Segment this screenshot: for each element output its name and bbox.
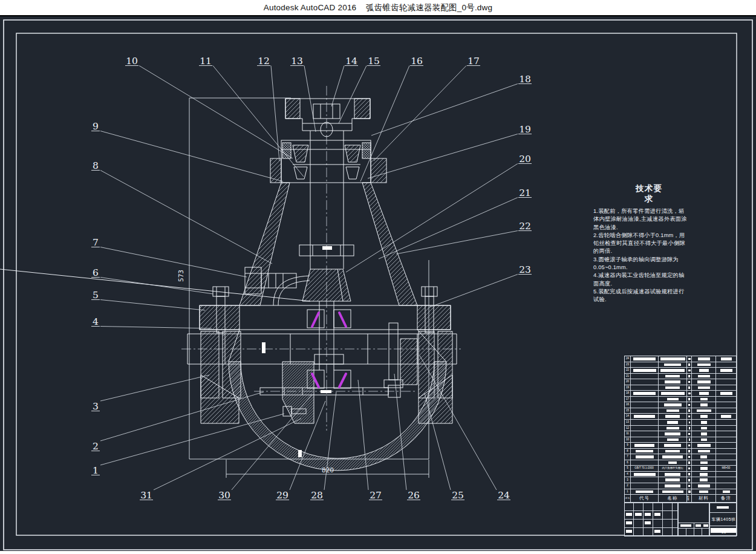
tech-req-body: 1.装配前，所有零件需进行清洗，箱体内壁涂耐油油漆,主减速器外表面涂黑色油漆.2… xyxy=(593,207,705,304)
callout-number-9: 9 xyxy=(93,121,99,132)
callout-21: 21 xyxy=(379,187,532,259)
tech-req-title-line2: 求 xyxy=(593,194,705,204)
tech-req-line: 4.减速器内装工业齿轮油至规定的轴 xyxy=(593,272,705,279)
callout-number-17: 17 xyxy=(468,56,480,67)
callout-number-25: 25 xyxy=(452,490,464,501)
tech-req-line: 0.05~0.1mm. xyxy=(593,264,705,272)
callout-22: 22 xyxy=(396,221,532,255)
header-code: 代号 xyxy=(631,495,659,502)
parts-row-6: 6 xyxy=(625,460,736,466)
callout-17: 17 xyxy=(374,56,480,161)
callout-number-5: 5 xyxy=(93,290,99,301)
parts-header-row: 序号 代号 名称 数量 材料 备注 xyxy=(625,495,736,503)
parts-row-2: 2 xyxy=(625,483,736,489)
parts-row-9: 9 xyxy=(625,443,736,449)
callout-number-3: 3 xyxy=(93,401,99,412)
input-flange-yoke xyxy=(285,99,370,140)
callout-number-8: 8 xyxy=(93,160,99,171)
callout-7: 7 xyxy=(91,237,247,278)
tech-req-line: 5.装配完成后按减速器试验规程进行 xyxy=(593,288,705,296)
callout-31: 31 xyxy=(140,419,301,501)
callout-number-16: 16 xyxy=(411,56,423,67)
callout-number-14: 14 xyxy=(345,56,357,67)
parts-row-24: 24 xyxy=(625,356,736,362)
parts-row-4: 4 xyxy=(625,472,736,478)
tech-req-line: 铅丝检查时其直径不得大于最小侧隙 xyxy=(593,240,705,247)
tech-req-line: 1.装配前，所有零件需进行清洗，箱 xyxy=(593,207,705,215)
callout-number-19: 19 xyxy=(519,124,531,135)
header-remark: 备注 xyxy=(716,495,736,502)
bottom-strip xyxy=(0,551,756,554)
callout-3: 3 xyxy=(91,375,209,412)
tech-req-line: 的两倍. xyxy=(593,247,705,255)
callout-number-12: 12 xyxy=(258,56,270,67)
callout-18: 18 xyxy=(371,74,532,136)
parts-row-14: 14 xyxy=(625,414,736,420)
callout-10: 10 xyxy=(125,56,293,159)
tech-req-title-line1: 技术要 xyxy=(593,183,705,194)
callout-number-2: 2 xyxy=(93,441,99,452)
parts-row-1: 1 xyxy=(625,489,736,495)
callout-number-28: 28 xyxy=(311,490,323,501)
header-qty: 数量 xyxy=(687,495,692,502)
header-no: 序号 xyxy=(625,495,631,502)
callout-number-15: 15 xyxy=(368,56,380,67)
parts-row-20: 20 xyxy=(625,379,736,385)
callout-4: 4 xyxy=(91,316,212,329)
tech-req-line: 面高度. xyxy=(593,280,705,288)
tech-requirements: 技术要 求 1.装配前，所有零件需进行清洗，箱体内壁涂耐油油漆,主减速器外表面涂… xyxy=(593,183,705,304)
callout-number-1: 1 xyxy=(93,465,99,476)
callout-number-21: 21 xyxy=(519,187,531,198)
tech-req-line: 3.圆锥滚子轴承的轴向调整游隙为 xyxy=(593,256,705,264)
assembly-drawing xyxy=(0,99,457,471)
callout-number-18: 18 xyxy=(519,74,531,85)
bearing-roller-marks xyxy=(312,313,346,387)
parts-row-18: 18 xyxy=(625,391,736,397)
parts-row-21: 21 xyxy=(625,374,736,380)
title-block: 车辆1405班 1:1 xyxy=(625,503,736,536)
parts-row-22: 22 xyxy=(625,368,736,374)
callout-number-31: 31 xyxy=(140,490,152,501)
callout-number-29: 29 xyxy=(276,490,288,501)
callout-23: 23 xyxy=(429,264,532,308)
tech-req-line: 黑色油漆. xyxy=(593,224,705,232)
autocad-window: Autodesk AutoCAD 2016 弧齿锥齿轮减速器装配图_0号.dwg xyxy=(0,0,756,554)
title-block-class: 车辆1405班 xyxy=(710,513,737,526)
parts-row-5: 5GB/T 70.1-2000内六角圆柱头螺钉M8×50 xyxy=(625,466,736,472)
callout-number-24: 24 xyxy=(498,490,510,501)
tech-req-line: 体内壁涂耐油油漆,主减速器外表面涂 xyxy=(593,215,705,223)
tech-req-line: 2.齿轮啮合侧隙不得小于0.1mm，用 xyxy=(593,232,705,240)
parts-row-15: 15 xyxy=(625,408,736,414)
parts-row-17: 17 xyxy=(625,397,736,403)
header-material: 材料 xyxy=(692,495,716,502)
parts-row-10: 10 xyxy=(625,437,736,443)
callout-5: 5 xyxy=(91,290,205,311)
callout-number-7: 7 xyxy=(93,237,99,248)
callout-number-23: 23 xyxy=(519,264,531,275)
callout-number-27: 27 xyxy=(370,490,382,501)
parts-row-16: 16 xyxy=(625,402,736,408)
callout-number-22: 22 xyxy=(519,221,531,232)
header-name: 名称 xyxy=(659,495,687,502)
callout-9: 9 xyxy=(91,121,283,182)
callout-8: 8 xyxy=(91,160,272,264)
callout-12: 12 xyxy=(257,56,279,161)
parts-row-3: 3 xyxy=(625,477,736,483)
callout-13: 13 xyxy=(290,56,316,132)
parts-row-23: 23 xyxy=(625,362,736,368)
callout-27: 27 xyxy=(358,380,382,501)
parts-row-12: 12 xyxy=(625,426,736,432)
parts-list-table: 24232221201918171615141312111098765GB/T … xyxy=(624,356,737,536)
callout-number-30: 30 xyxy=(218,490,230,501)
callout-number-20: 20 xyxy=(519,154,531,165)
parts-rows: 24232221201918171615141312111098765GB/T … xyxy=(625,356,736,495)
callout-number-11: 11 xyxy=(200,56,212,67)
dim-573: 573 xyxy=(177,270,184,282)
parts-row-7: 7 xyxy=(625,454,736,460)
parts-row-19: 19 xyxy=(625,385,736,391)
callout-number-13: 13 xyxy=(291,56,303,67)
callout-number-4: 4 xyxy=(93,316,99,327)
callout-number-6: 6 xyxy=(93,267,99,278)
parts-row-13: 13 xyxy=(625,420,736,426)
parts-row-8: 8 xyxy=(625,449,736,455)
